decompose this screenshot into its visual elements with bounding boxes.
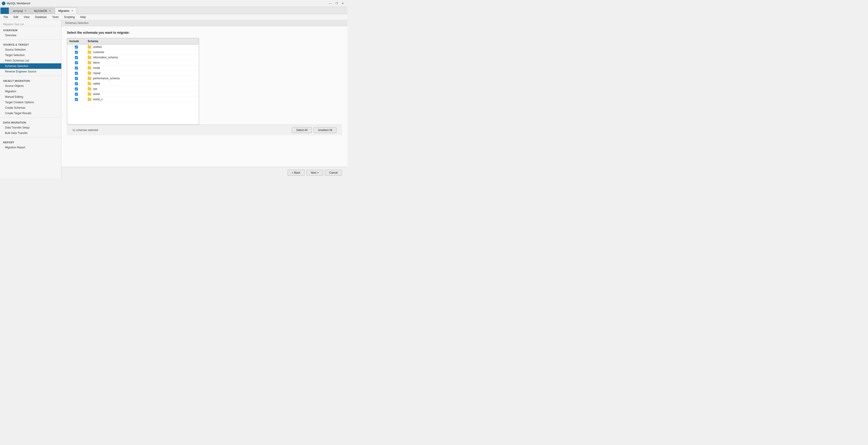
sidebar-item-create-schemas[interactable]: Create Schemas [0, 105, 61, 111]
sidebar-item-schemas-selection[interactable]: Schemas Selection [0, 63, 61, 69]
folder-icon [88, 61, 91, 64]
tab-bar: ⌂ azmysql ✕ MyJolieDB ✕ Migration ✕ [0, 7, 347, 14]
schema-checkbox-cell [67, 66, 85, 69]
menu-view[interactable]: View [22, 15, 32, 19]
status-text: 11 schemas selected [72, 128, 98, 132]
tab-myjoliedb-label: MyJolieDB [34, 9, 47, 12]
folder-icon [88, 66, 91, 69]
cancel-button[interactable]: Cancel [325, 170, 342, 176]
schema-checkbox-cell [67, 93, 85, 96]
tab-azmysql-close[interactable]: ✕ [25, 9, 27, 12]
back-button[interactable]: < Back [287, 170, 305, 176]
schema-checkbox-cell [67, 98, 85, 101]
schema-checkbox-performance_schema[interactable] [75, 77, 78, 80]
tab-migration-close[interactable]: ✕ [71, 9, 73, 12]
schema-checkbox-sakila[interactable] [75, 82, 78, 85]
schema-checkbox-cell [67, 61, 85, 64]
sidebar-item-fetch-schemas[interactable]: Fetch Schemas List [0, 58, 61, 63]
schema-checkbox-clothes[interactable] [75, 46, 78, 49]
menu-database[interactable]: Database [33, 15, 49, 19]
schema-name-cell: moda [85, 66, 199, 69]
schema-checkbox-sys[interactable] [75, 88, 78, 90]
folder-icon [88, 98, 91, 101]
sidebar-item-target-creation[interactable]: Target Creation Options [0, 99, 61, 105]
schema-checkbox-world[interactable] [75, 93, 78, 96]
maximize-button[interactable]: ❐ [335, 2, 339, 5]
content-header: Schemas Selection [61, 20, 347, 26]
schema-checkbox-items[interactable] [75, 61, 78, 64]
schema-rows-container: clothescustomerinformation_schemaitemsmo… [67, 44, 199, 102]
schema-name-label: information_schema [93, 56, 118, 59]
sidebar-item-migration[interactable]: Migration [0, 89, 61, 94]
schema-name-cell: clothes [85, 46, 199, 49]
select-all-button[interactable]: Select All [292, 127, 312, 133]
sidebar-item-manual-editing[interactable]: Manual Editing [0, 94, 61, 99]
main-container: Migration Task List OVERVIEW Overview SO… [0, 20, 347, 178]
schema-name-label: clothes [93, 46, 102, 49]
close-button[interactable]: ✕ [341, 2, 345, 5]
schema-checkbox-cell [67, 82, 85, 85]
schema-checkbox-moda[interactable] [75, 66, 78, 69]
sidebar-item-bulk-data-transfer[interactable]: Bulk Data Transfer [0, 130, 61, 136]
tab-home[interactable]: ⌂ [0, 7, 9, 14]
schema-table: Include Schema clothescustomerinformatio… [67, 38, 199, 125]
schema-name-label: items [93, 61, 100, 64]
schema-checkbox-cell [67, 51, 85, 54]
schema-name-cell: mysql [85, 71, 199, 75]
folder-icon [88, 82, 91, 85]
folder-icon [88, 51, 91, 54]
schema-checkbox-cell [67, 88, 85, 90]
schema-name-label: sakila [93, 82, 100, 85]
table-row: world_x [67, 97, 199, 102]
sidebar-item-create-target-results[interactable]: Create Target Results [0, 111, 61, 116]
schema-name-label: customer [93, 51, 104, 54]
home-icon: ⌂ [4, 9, 5, 12]
schema-name-cell: world_x [85, 98, 199, 101]
table-row: clothes [67, 44, 199, 50]
table-row: world [67, 92, 199, 97]
nav-buttons: < Back Next > Cancel [61, 167, 347, 178]
sidebar-item-source-objects[interactable]: Source Objects [0, 83, 61, 89]
schema-name-label: world [93, 92, 100, 96]
sidebar-item-overview[interactable]: Overview [0, 33, 61, 38]
tab-myjoliedb[interactable]: MyJolieDB ✕ [31, 7, 54, 14]
sidebar-section-data-migration: DATA MIGRATION [0, 119, 61, 125]
table-row: moda [67, 65, 199, 71]
folder-icon [88, 77, 91, 80]
schema-name-cell: information_schema [85, 56, 199, 59]
folder-icon [88, 56, 91, 59]
sidebar-item-target-selection[interactable]: Target Selection [0, 52, 61, 58]
schema-checkbox-cell [67, 46, 85, 49]
sidebar-item-source-selection[interactable]: Source Selection [0, 47, 61, 52]
schema-checkbox-customer[interactable] [75, 51, 78, 54]
table-row: customer [67, 50, 199, 55]
menu-edit[interactable]: Edit [11, 15, 21, 19]
schema-name-label: world_x [93, 98, 102, 101]
app-logo [2, 2, 5, 5]
sidebar: Migration Task List OVERVIEW Overview SO… [0, 20, 61, 178]
schema-checkbox-mysql[interactable] [75, 72, 78, 75]
table-row: sys [67, 86, 199, 92]
unselect-all-button[interactable]: Unselect All [314, 127, 337, 133]
tab-migration[interactable]: Migration ✕ [55, 7, 77, 14]
tab-myjoliedb-close[interactable]: ✕ [49, 9, 51, 12]
next-button[interactable]: Next > [307, 170, 323, 176]
schema-checkbox-cell [67, 56, 85, 59]
tab-migration-label: Migration [58, 9, 69, 12]
sidebar-item-data-transfer-setup[interactable]: Data Transfer Setup [0, 125, 61, 130]
table-row: items [67, 60, 199, 65]
sidebar-item-migration-report[interactable]: Migration Report [0, 145, 61, 150]
minimize-button[interactable]: — [328, 2, 333, 5]
table-row: information_schema [67, 55, 199, 60]
schema-checkbox-information_schema[interactable] [75, 56, 78, 59]
menu-tools[interactable]: Tools [50, 15, 61, 19]
sidebar-header: Migration Task List [0, 22, 61, 26]
bottom-bar: 11 schemas selected Select All Unselect … [67, 125, 342, 135]
tab-azmysql[interactable]: azmysql ✕ [9, 7, 30, 14]
folder-icon [88, 46, 91, 49]
schema-checkbox-world_x[interactable] [75, 98, 78, 101]
menu-help[interactable]: Help [78, 15, 88, 19]
menu-file[interactable]: File [1, 15, 10, 19]
menu-scripting[interactable]: Scripting [62, 15, 77, 19]
sidebar-item-reverse-engineer[interactable]: Reverse Engineer Source [0, 69, 61, 74]
